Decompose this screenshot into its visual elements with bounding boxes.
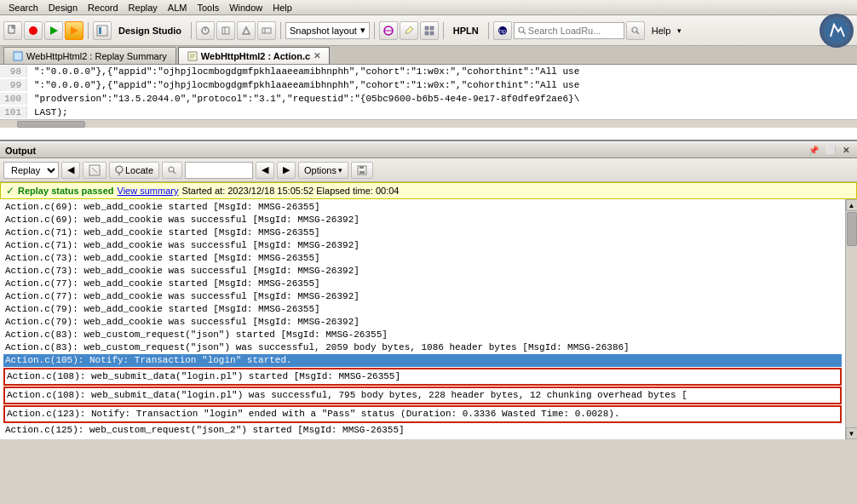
output-search-input[interactable]: [185, 162, 253, 179]
log-line: Action.c(79): web_add_cookie was success…: [3, 316, 842, 329]
toolbar-sep-4: [374, 22, 375, 39]
toolbar-btn-1[interactable]: [196, 21, 215, 40]
menu-replay[interactable]: Replay: [124, 2, 163, 14]
log-line: Action.c(123): Notify: Transaction "logi…: [3, 405, 842, 423]
log-line: Action.c(108): web_submit_data("login.pl…: [3, 368, 842, 386]
status-icon: ✓: [6, 185, 14, 197]
scroll-thumb[interactable]: [847, 212, 857, 246]
svg-rect-17: [430, 26, 434, 30]
replay-run-button[interactable]: [65, 21, 83, 40]
toolbar-btn-2[interactable]: [216, 21, 235, 40]
tab-replay-summary-label: WebHttpHtml2 : Replay Summary: [26, 51, 167, 61]
output-title: Output: [5, 146, 36, 156]
svg-point-26: [825, 19, 848, 43]
search-go-btn[interactable]: [626, 21, 645, 40]
svg-rect-16: [425, 26, 428, 30]
toolbar-sep-5: [443, 22, 444, 39]
toolbar-web-btn[interactable]: [379, 21, 398, 40]
svg-marker-4: [71, 26, 78, 35]
toolbar-sep-2: [191, 22, 192, 39]
scroll-track[interactable]: [846, 211, 858, 427]
snapshot-layout-dropdown[interactable]: Snapshot layout ▾: [285, 22, 370, 39]
code-line: 98":"0.0.0.0"},{"appid":"ojhpjlocmbogdgm…: [0, 65, 857, 78]
right-scrollbar[interactable]: ▲ ▼: [845, 199, 857, 439]
horizontal-scrollbar-thumb[interactable]: [17, 121, 85, 128]
log-line: Action.c(77): web_add_cookie was success…: [3, 290, 842, 303]
help-label[interactable]: Help: [647, 26, 676, 36]
toolbar-grid-btn[interactable]: [420, 21, 439, 40]
help-dropdown-arrow[interactable]: ▾: [677, 26, 682, 35]
output-pin-btn[interactable]: 📌: [806, 146, 821, 155]
search-box[interactable]: [514, 22, 624, 39]
design-studio-label[interactable]: Design Studio: [113, 26, 187, 36]
svg-rect-9: [222, 27, 229, 34]
toolbar-sep-6: [488, 22, 489, 39]
log-container: Action.c(69): web_add_cookie started [Ms…: [0, 199, 857, 439]
log-line: Action.c(73): web_add_cookie was success…: [3, 265, 842, 278]
log-line: Action.c(79): web_add_cookie started [Ms…: [3, 303, 842, 316]
tab-replay-summary[interactable]: WebHttpHtml2 : Replay Summary: [3, 47, 176, 64]
svg-marker-11: [243, 27, 250, 34]
record-button[interactable]: [24, 21, 43, 40]
output-float-btn[interactable]: ⬜: [823, 146, 838, 155]
toolbar-btn-4[interactable]: [257, 21, 276, 40]
scroll-up-arrow[interactable]: ▲: [846, 199, 858, 211]
svg-rect-18: [425, 32, 428, 35]
menu-alm[interactable]: ALM: [163, 2, 193, 14]
status-bar: ✓ Replay status passed View summary Star…: [0, 182, 857, 199]
svg-rect-19: [430, 32, 434, 35]
scroll-down-arrow[interactable]: ▼: [846, 427, 858, 439]
output-header-controls: 📌 ⬜ ✕: [806, 146, 852, 155]
output-next-btn[interactable]: [83, 162, 106, 179]
svg-point-2: [29, 26, 37, 35]
menu-window[interactable]: Window: [224, 2, 267, 14]
log-line: Action.c(77): web_add_cookie started [Ms…: [3, 278, 842, 290]
log-line: Action.c(83): web_custom_request("json")…: [3, 341, 842, 354]
output-toolbar: Replay ◀ Locate ◀ ▶ Options ▾: [0, 158, 857, 182]
output-filter-prev[interactable]: ◀: [256, 162, 274, 179]
output-save-btn[interactable]: [351, 162, 373, 179]
svg-text:hp: hp: [499, 28, 506, 35]
locate-button[interactable]: Locate: [109, 162, 159, 179]
menu-record[interactable]: Record: [83, 2, 123, 14]
svg-line-25: [636, 32, 639, 34]
locate-label: Locate: [125, 165, 153, 175]
horizontal-scrollbar[interactable]: [0, 119, 857, 128]
output-filter-next[interactable]: ▶: [277, 162, 296, 179]
tab-action-c[interactable]: WebHttpHtml2 : Action.c ✕: [178, 47, 330, 64]
code-line: 99":"0.0.0.0"},{"appid":"ojhpjlocmbogdgm…: [0, 78, 857, 92]
hp-logo-btn[interactable]: hp: [493, 21, 512, 40]
output-close-btn[interactable]: ✕: [840, 146, 852, 155]
log-line: Action.c(83): web_custom_request("json")…: [3, 329, 842, 341]
design-studio-icon[interactable]: [93, 21, 112, 40]
run-button[interactable]: [44, 21, 63, 40]
tab-action-c-close[interactable]: ✕: [313, 51, 320, 60]
svg-line-36: [173, 171, 175, 174]
main-toolbar: Design Studio Snapshot layout ▾ HPLN hp …: [0, 15, 857, 46]
log-line: Action.c(105): Notify: Transaction "logi…: [3, 354, 842, 367]
toolbar-pencil-btn[interactable]: [400, 21, 418, 40]
log-line: Action.c(69): web_add_cookie started [Ms…: [3, 201, 842, 214]
toolbar-btn-3[interactable]: [237, 21, 256, 40]
output-search-icon-btn[interactable]: [162, 162, 182, 179]
menu-search[interactable]: Search: [3, 2, 43, 14]
hpln-label: HPLN: [448, 26, 484, 36]
options-button[interactable]: Options ▾: [298, 162, 348, 179]
log-line: Action.c(73): web_add_cookie started [Ms…: [3, 252, 842, 265]
new-button[interactable]: [3, 21, 22, 40]
view-summary-link[interactable]: View summary: [118, 186, 179, 196]
output-type-select[interactable]: Replay: [3, 162, 59, 179]
svg-rect-6: [99, 27, 101, 34]
log-line: Action.c(71): web_add_cookie was success…: [3, 239, 842, 252]
output-header: Output 📌 ⬜ ✕: [0, 141, 857, 158]
log-area: Action.c(69): web_add_cookie started [Ms…: [0, 199, 845, 439]
output-prev-btn[interactable]: ◀: [61, 162, 80, 179]
menu-design[interactable]: Design: [43, 2, 83, 14]
tab-action-c-label: WebHttpHtml2 : Action.c: [201, 51, 310, 61]
tab-bar: WebHttpHtml2 : Replay Summary WebHttpHtm…: [0, 46, 857, 65]
menu-help[interactable]: Help: [267, 2, 297, 14]
search-input[interactable]: [528, 26, 613, 36]
code-editor: 98":"0.0.0.0"},{"appid":"ojhpjlocmbogdgm…: [0, 65, 857, 141]
menu-tools[interactable]: Tools: [192, 2, 224, 14]
menu-bar: Search Design Record Replay ALM Tools Wi…: [0, 0, 857, 15]
